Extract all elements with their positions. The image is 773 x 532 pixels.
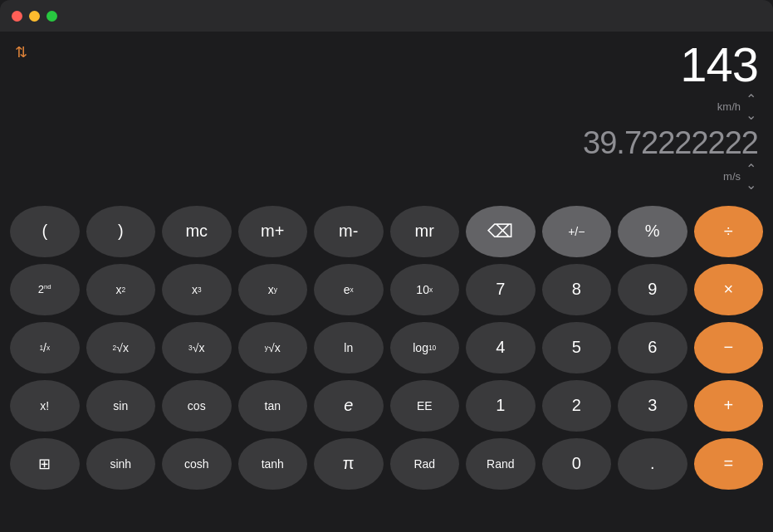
button-mc[interactable]: mc bbox=[162, 206, 232, 257]
button-__x[interactable]: 3√x bbox=[162, 322, 232, 373]
button-Rad[interactable]: Rad bbox=[390, 438, 460, 490]
button-x_[interactable]: x3 bbox=[162, 264, 232, 315]
button-sin[interactable]: sin bbox=[86, 380, 156, 432]
button-_[interactable]: = bbox=[694, 438, 764, 490]
button-10_[interactable]: 10x bbox=[390, 264, 460, 315]
button-9[interactable]: 9 bbox=[618, 264, 687, 315]
button-row-5: ⊞sinhcoshtanhπRadRand0.= bbox=[10, 438, 763, 490]
button-row-1: ()mcm+m-mr⌫+/−%÷ bbox=[10, 206, 763, 257]
zoom-button[interactable] bbox=[46, 11, 57, 22]
button-cos[interactable]: cos bbox=[162, 380, 232, 432]
button-2[interactable]: 2 bbox=[542, 380, 612, 432]
minimize-button[interactable] bbox=[29, 11, 40, 22]
button-Rand[interactable]: Rand bbox=[466, 438, 536, 490]
button-EE[interactable]: EE bbox=[390, 380, 460, 432]
button-6[interactable]: 6 bbox=[618, 322, 687, 373]
main-unit-label: km/h bbox=[717, 100, 741, 113]
button-cosh[interactable]: cosh bbox=[162, 438, 232, 490]
button-_[interactable]: ⊞ bbox=[10, 438, 80, 490]
display-area: ⇅ 143 km/h ⌃⌄ 39.72222222 m/s ⌃⌄ bbox=[0, 32, 773, 201]
secondary-unit-row: m/s ⌃⌄ bbox=[15, 161, 758, 193]
buttons-area: ()mcm+m-mr⌫+/−%÷2ndx2x3xyex10x789×1/x2√x… bbox=[0, 201, 773, 505]
button-__x[interactable]: 2√x bbox=[86, 322, 156, 373]
button-x_[interactable]: xy bbox=[238, 264, 308, 315]
button-m_[interactable]: m+ bbox=[238, 206, 308, 257]
button-row-4: x!sincostaneEE123+ bbox=[10, 380, 763, 432]
secondary-value: 39.72222222 bbox=[15, 126, 758, 161]
button-e_[interactable]: ex bbox=[314, 264, 384, 315]
button-ln[interactable]: ln bbox=[314, 322, 384, 373]
button-sinh[interactable]: sinh bbox=[86, 438, 156, 490]
button-_[interactable]: − bbox=[694, 322, 764, 373]
button-row-2: 2ndx2x3xyex10x789× bbox=[10, 264, 763, 315]
button-tanh[interactable]: tanh bbox=[238, 438, 308, 490]
button-3[interactable]: 3 bbox=[618, 380, 687, 432]
button-_[interactable]: ( bbox=[10, 206, 80, 257]
button-8[interactable]: 8 bbox=[542, 264, 612, 315]
button-0[interactable]: 0 bbox=[542, 438, 612, 490]
button-_[interactable]: ÷ bbox=[694, 206, 764, 257]
button-x_[interactable]: x! bbox=[10, 380, 80, 432]
close-button[interactable] bbox=[12, 11, 22, 22]
sort-icon[interactable]: ⇅ bbox=[15, 45, 27, 60]
button-7[interactable]: 7 bbox=[466, 264, 536, 315]
button-2__[interactable]: 2nd bbox=[10, 264, 80, 315]
main-value: 143 bbox=[15, 38, 758, 91]
button-log__[interactable]: log10 bbox=[390, 322, 460, 373]
main-unit-row: km/h ⌃⌄ bbox=[15, 91, 758, 123]
button-e[interactable]: e bbox=[314, 380, 384, 432]
secondary-unit-label: m/s bbox=[723, 170, 741, 183]
button-_[interactable]: . bbox=[618, 438, 687, 490]
button-_[interactable]: π bbox=[314, 438, 384, 490]
conversion-display: 143 km/h ⌃⌄ 39.72222222 m/s ⌃⌄ bbox=[15, 38, 758, 193]
button-m_[interactable]: m- bbox=[314, 206, 384, 257]
button-_[interactable]: ) bbox=[86, 206, 156, 257]
main-unit-stepper[interactable]: ⌃⌄ bbox=[744, 91, 758, 123]
button-4[interactable]: 4 bbox=[466, 322, 536, 373]
title-bar bbox=[0, 0, 773, 32]
button-__x[interactable]: 1/x bbox=[10, 322, 80, 373]
button-_[interactable]: + bbox=[694, 380, 764, 432]
button-1[interactable]: 1 bbox=[466, 380, 536, 432]
button-row-3: 1/x2√x3√xy√xlnlog10456− bbox=[10, 322, 763, 373]
button-x_[interactable]: x2 bbox=[86, 264, 156, 315]
button-_[interactable]: % bbox=[618, 206, 687, 257]
button-__x[interactable]: y√x bbox=[238, 322, 308, 373]
button-5[interactable]: 5 bbox=[542, 322, 612, 373]
button-tan[interactable]: tan bbox=[238, 380, 308, 432]
button-mr[interactable]: mr bbox=[390, 206, 460, 257]
button-_[interactable]: ⌫ bbox=[466, 206, 536, 257]
secondary-unit-stepper[interactable]: ⌃⌄ bbox=[744, 161, 758, 193]
button-_[interactable]: × bbox=[694, 264, 764, 315]
button-___[interactable]: +/− bbox=[542, 206, 612, 257]
